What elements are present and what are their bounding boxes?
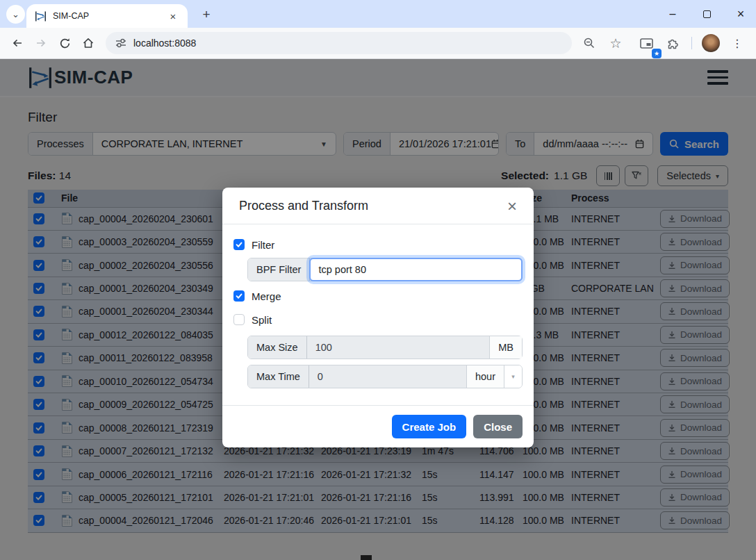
modal-title: Process and Transform	[239, 199, 368, 213]
home-icon	[82, 37, 94, 49]
zoom-button[interactable]	[577, 31, 601, 55]
back-arrow-icon	[11, 37, 24, 49]
create-job-button[interactable]: Create Job	[392, 415, 467, 438]
zoom-out-icon	[583, 37, 595, 49]
url-text: localhost:8088	[133, 38, 196, 49]
forward-button[interactable]	[29, 31, 53, 55]
favicon-sim-cap	[35, 10, 47, 22]
max-size-label: Max Size	[248, 336, 307, 359]
max-time-group: Max Time 0 hour ▾	[247, 365, 523, 388]
media-controls-button[interactable]: ★	[634, 31, 658, 55]
browser-menu-button[interactable]: ⋮	[725, 31, 749, 55]
bookmark-button[interactable]: ☆	[604, 31, 627, 55]
back-button[interactable]	[6, 31, 29, 55]
home-button[interactable]	[76, 31, 100, 55]
check-icon	[235, 292, 243, 300]
split-checkbox[interactable]	[233, 314, 245, 325]
merge-checkbox[interactable]	[233, 290, 245, 302]
reload-icon	[59, 38, 71, 49]
extensions-button[interactable]	[661, 31, 684, 55]
max-time-unit: hour	[466, 365, 504, 388]
merge-checkbox-label: Merge	[252, 290, 281, 302]
window-minimize-button[interactable]: –	[667, 8, 678, 20]
modal-close-icon[interactable]: ×	[507, 201, 517, 211]
split-checkbox-label: Split	[252, 314, 272, 326]
address-bar[interactable]: localhost:8088	[106, 32, 572, 54]
bpf-group: BPF Filter tcp port 80	[247, 258, 523, 281]
max-size-input[interactable]: 100	[307, 336, 490, 359]
window-maximize-button[interactable]	[701, 10, 712, 18]
new-tab-button[interactable]: +	[197, 6, 215, 24]
bpf-label: BPF Filter	[248, 258, 310, 281]
time-unit-select[interactable]: ▾	[504, 365, 522, 388]
browser-toolbar: localhost:8088 ☆ ★	[0, 28, 756, 59]
caret-down-icon: ▾	[511, 373, 515, 380]
tab-title: SIM-CAP	[53, 11, 161, 21]
max-size-group: Max Size 100 MB	[247, 336, 523, 359]
close-button[interactable]: Close	[473, 415, 523, 438]
site-settings-icon[interactable]	[115, 38, 126, 48]
profile-button[interactable]	[699, 31, 723, 55]
reload-button[interactable]	[53, 31, 76, 55]
filter-checkbox-label: Filter	[252, 239, 274, 251]
forward-arrow-icon	[35, 37, 47, 49]
tab-search-button[interactable]: ⌄	[6, 5, 25, 24]
process-transform-modal: Process and Transform × Filter BPF Filte…	[222, 188, 534, 447]
toolbar-divider	[691, 37, 692, 49]
star-icon: ☆	[609, 35, 621, 51]
max-time-label: Max Time	[248, 365, 309, 388]
tab-close-icon[interactable]: ×	[167, 10, 179, 22]
check-icon	[235, 240, 243, 249]
browser-tab[interactable]: SIM-CAP ×	[26, 4, 188, 28]
window-close-button[interactable]: ×	[735, 7, 746, 22]
filter-checkbox[interactable]	[233, 239, 245, 250]
maximize-icon	[703, 10, 711, 18]
puzzle-icon	[666, 37, 679, 49]
picture-in-picture-icon	[640, 38, 653, 49]
kebab-icon: ⋮	[732, 37, 743, 50]
max-time-input[interactable]: 0	[309, 365, 466, 388]
max-size-unit: MB	[489, 336, 522, 359]
tab-strip: ⌄ SIM-CAP × + – ×	[0, 0, 756, 28]
media-badge-star-icon: ★	[652, 49, 662, 58]
bpf-filter-input[interactable]: tcp port 80	[309, 258, 523, 281]
avatar	[702, 34, 720, 52]
